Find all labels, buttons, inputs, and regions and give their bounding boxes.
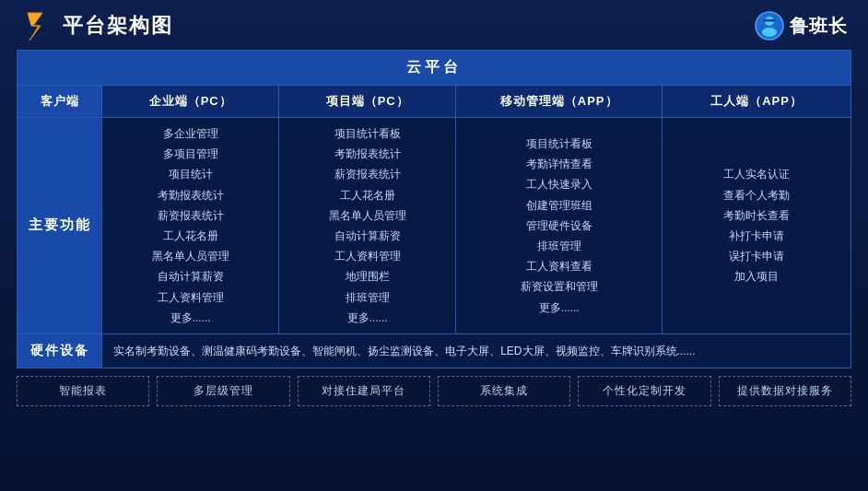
list-item: 误打卡申请 xyxy=(670,246,843,266)
mobile-features-cell: 项目统计看板 考勤详情查看 工人快速录入 创建管理班组 管理硬件设备 排班管理 … xyxy=(456,118,663,334)
architecture-table: 云平台 客户端 企业端（PC） 项目端（PC） 移动管理端（APP） 工人端（A… xyxy=(17,50,851,368)
main-function-label: 主要功能 xyxy=(18,118,102,334)
list-item: 管理硬件设备 xyxy=(463,216,654,236)
list-item: 更多...... xyxy=(287,308,448,328)
bottom-item-2: 多层级管理 xyxy=(157,376,289,406)
page-title: 平台架构图 xyxy=(63,12,173,40)
cloud-row: 云平台 xyxy=(18,51,851,86)
header-left: 平台架构图 xyxy=(20,9,173,42)
bottom-row: 智能报表 多层级管理 对接住建局平台 系统集成 个性化定制开发 提供数据对接服务 xyxy=(17,376,851,406)
header: 平台架构图 鲁班长 xyxy=(17,9,851,42)
main-function-row: 主要功能 多企业管理 多项目管理 项目统计 考勤报表统计 薪资报表统计 工人花名… xyxy=(18,118,851,334)
list-item: 工人快速录入 xyxy=(463,174,654,194)
list-item: 排班管理 xyxy=(287,287,448,308)
list-item: 项目统计 xyxy=(110,164,271,184)
project-features-cell: 项目统计看板 考勤报表统计 薪资报表统计 工人花名册 黑名单人员管理 自动计算薪… xyxy=(279,118,456,334)
list-item: 工人资料管理 xyxy=(110,287,271,308)
list-item: 自动计算薪资 xyxy=(287,226,448,246)
list-item: 工人资料管理 xyxy=(287,246,448,266)
list-item: 自动计算薪资 xyxy=(110,266,271,286)
list-item: 薪资报表统计 xyxy=(287,164,448,184)
list-item: 创建管理班组 xyxy=(463,195,654,216)
enterprise-feature-list: 多企业管理 多项目管理 项目统计 考勤报表统计 薪资报表统计 工人花名册 黑名单… xyxy=(110,123,271,328)
brand-logo: 鲁班长 xyxy=(755,11,848,41)
list-item: 项目统计看板 xyxy=(463,134,654,154)
list-item: 加入项目 xyxy=(670,266,843,286)
list-item: 考勤时长查看 xyxy=(670,205,843,226)
svg-marker-0 xyxy=(28,13,42,41)
list-item: 更多...... xyxy=(463,298,654,318)
list-item: 薪资设置和管理 xyxy=(463,276,654,297)
svg-rect-4 xyxy=(764,19,775,22)
col-mobile: 移动管理端（APP） xyxy=(456,86,663,118)
col-worker: 工人端（APP） xyxy=(663,86,851,118)
list-item: 考勤报表统计 xyxy=(110,185,271,205)
list-item: 更多...... xyxy=(110,308,271,328)
logo-icon xyxy=(20,9,53,42)
bottom-item-6: 提供数据对接服务 xyxy=(719,376,851,406)
bottom-item-3: 对接住建局平台 xyxy=(298,376,430,406)
list-item: 工人实名认证 xyxy=(670,164,843,184)
worker-feature-list: 工人实名认证 查看个人考勤 考勤时长查看 补打卡申请 误打卡申请 加入项目 xyxy=(670,164,843,286)
list-item: 多项目管理 xyxy=(110,144,271,164)
hardware-content: 实名制考勤设备、测温健康码考勤设备、智能闸机、扬尘监测设备、电子大屏、LED大屏… xyxy=(102,333,851,368)
list-item: 黑名单人员管理 xyxy=(110,246,271,266)
col-project: 项目端（PC） xyxy=(279,86,456,118)
column-header-row: 客户端 企业端（PC） 项目端（PC） 移动管理端（APP） 工人端（APP） xyxy=(18,86,851,118)
worker-features-cell: 工人实名认证 查看个人考勤 考勤时长查看 补打卡申请 误打卡申请 加入项目 xyxy=(663,118,851,334)
page-wrapper: 平台架构图 鲁班长 云平台 客户端 企业端（PC） 项目端（PC） 移动管理端（… xyxy=(0,0,868,491)
list-item: 项目统计看板 xyxy=(287,123,448,144)
bottom-item-4: 系统集成 xyxy=(438,376,570,406)
project-feature-list: 项目统计看板 考勤报表统计 薪资报表统计 工人花名册 黑名单人员管理 自动计算薪… xyxy=(287,123,448,328)
mobile-feature-list: 项目统计看板 考勤详情查看 工人快速录入 创建管理班组 管理硬件设备 排班管理 … xyxy=(463,134,654,318)
col-enterprise: 企业端（PC） xyxy=(102,86,279,118)
brand-name: 鲁班长 xyxy=(790,14,848,39)
list-item: 黑名单人员管理 xyxy=(287,205,448,226)
bottom-item-1: 智能报表 xyxy=(17,376,149,406)
col-client: 客户端 xyxy=(18,86,102,118)
list-item: 地理围栏 xyxy=(287,266,448,286)
list-item: 工人花名册 xyxy=(110,226,271,246)
list-item: 排班管理 xyxy=(463,236,654,256)
enterprise-features-cell: 多企业管理 多项目管理 项目统计 考勤报表统计 薪资报表统计 工人花名册 黑名单… xyxy=(102,118,279,334)
cloud-label: 云平台 xyxy=(18,51,851,86)
bottom-item-5: 个性化定制开发 xyxy=(578,376,710,406)
list-item: 考勤详情查看 xyxy=(463,154,654,174)
list-item: 薪资报表统计 xyxy=(110,205,271,226)
list-item: 查看个人考勤 xyxy=(670,185,843,205)
hardware-label: 硬件设备 xyxy=(18,333,102,368)
list-item: 工人花名册 xyxy=(287,185,448,205)
list-item: 工人资料查看 xyxy=(463,256,654,276)
brand-icon xyxy=(755,11,784,41)
svg-point-3 xyxy=(762,28,777,37)
list-item: 考勤报表统计 xyxy=(287,144,448,164)
list-item: 补打卡申请 xyxy=(670,226,843,246)
list-item: 多企业管理 xyxy=(110,123,271,144)
hardware-row: 硬件设备 实名制考勤设备、测温健康码考勤设备、智能闸机、扬尘监测设备、电子大屏、… xyxy=(18,333,851,368)
